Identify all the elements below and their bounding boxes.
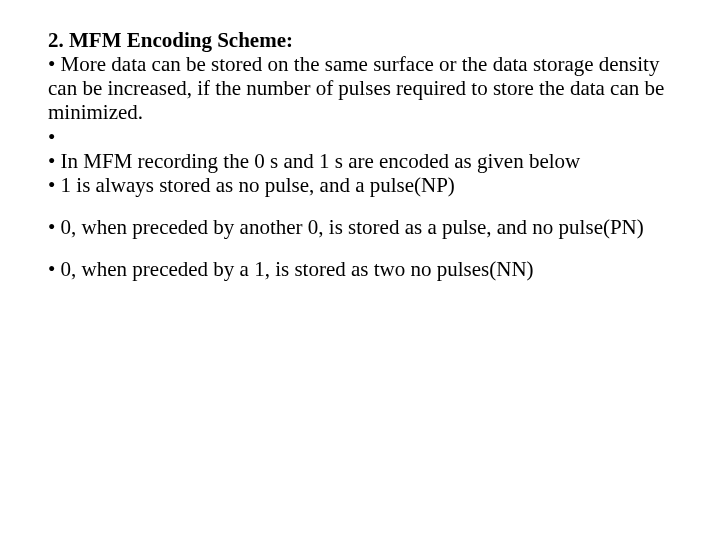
slide-container: 2. MFM Encoding Scheme: • More data can … <box>0 0 720 281</box>
bullet-encode-0-after-1: • 0, when preceded by a 1, is stored as … <box>48 257 672 281</box>
bullet-density: • More data can be stored on the same su… <box>48 52 672 124</box>
section-title: 2. MFM Encoding Scheme: <box>48 28 672 52</box>
bullet-mfm-encoding-intro: • In MFM recording the 0 s and 1 s are e… <box>48 149 672 173</box>
bullet-empty: • <box>48 125 672 149</box>
bullet-encode-0-after-0: • 0, when preceded by another 0, is stor… <box>48 215 672 239</box>
bullet-encode-1: • 1 is always stored as no pulse, and a … <box>48 173 672 197</box>
spacer <box>48 239 672 257</box>
spacer <box>48 197 672 215</box>
